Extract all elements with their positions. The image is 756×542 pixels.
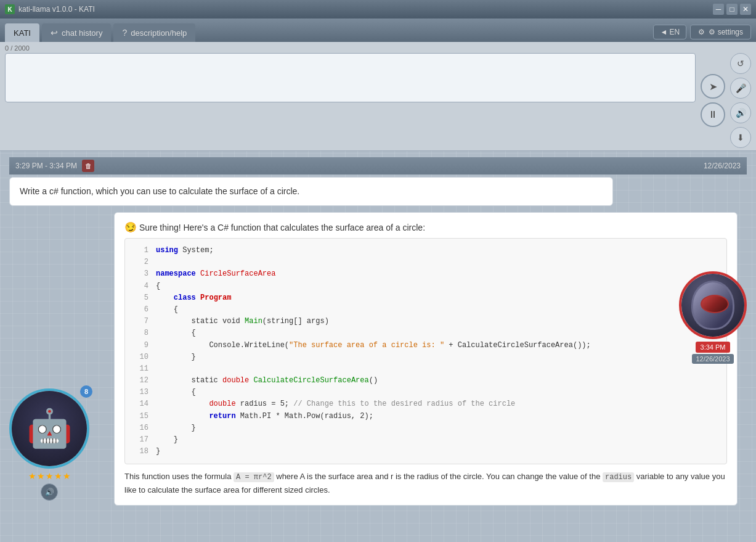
send-icon: ➤ bbox=[709, 81, 717, 92]
mic-icon: 🎤 bbox=[736, 83, 746, 93]
code-line: 6 { bbox=[131, 304, 720, 316]
code-line: 9 Console.WriteLine("The surface area of… bbox=[131, 340, 720, 351]
refresh-button[interactable]: ↺ bbox=[730, 53, 751, 74]
astronaut-visor bbox=[701, 295, 729, 313]
footer-text-2: where A is the surface area and r is the… bbox=[274, 472, 603, 481]
input-buttons: ➤ ⏸ bbox=[701, 53, 725, 148]
pause-icon: ⏸ bbox=[708, 109, 718, 120]
code-line: 15 return Math.PI * Math.Pow(radius, 2); bbox=[131, 411, 720, 422]
astronaut-helmet bbox=[691, 281, 734, 330]
ai-response-area: 😏 Sure thing! Here's a C# function that … bbox=[114, 212, 738, 506]
tab-bar: KATI ↩ chat history ? description/help ◄… bbox=[0, 18, 756, 42]
ai-sound-button[interactable]: 🔊 bbox=[41, 483, 58, 501]
code-line: 4 { bbox=[131, 281, 720, 292]
settings-button[interactable]: ⚙ ⚙ settings bbox=[690, 25, 751, 39]
title-bar: K kati-llama v1.0.0 - KATI ─ □ ✕ bbox=[0, 0, 756, 18]
input-area: 0 / 2000 ➤ ⏸ ↺ 🎤 🔊 bbox=[0, 42, 756, 151]
code-line: 17 } bbox=[131, 434, 720, 446]
ai-avatar-inner: 🤖 bbox=[12, 391, 87, 466]
star-5: ★ bbox=[63, 471, 71, 481]
language-button[interactable]: ◄ EN bbox=[653, 25, 686, 39]
radius-inline-code: radius bbox=[603, 472, 634, 482]
kati-tab-label: KATI bbox=[14, 28, 31, 38]
code-line: 2 bbox=[131, 257, 720, 268]
code-line: 16 } bbox=[131, 422, 720, 434]
formula-inline: A = πr^2 bbox=[234, 472, 274, 482]
ai-footer-text: This function uses the formula A = πr^2 … bbox=[124, 470, 727, 496]
tab-description-help[interactable]: ? description/help bbox=[113, 23, 195, 42]
chat-history-tab-label: chat history bbox=[62, 28, 102, 38]
code-line: 5 class Program bbox=[131, 292, 720, 304]
download-button[interactable]: ⬇ bbox=[730, 127, 751, 148]
user-timestamp: 3:34 PM bbox=[696, 342, 731, 353]
refresh-icon: ↺ bbox=[737, 59, 744, 68]
star-4: ★ bbox=[54, 471, 62, 481]
pause-button[interactable]: ⏸ bbox=[701, 102, 725, 127]
volume-button[interactable]: 🔊 bbox=[730, 102, 751, 123]
close-button[interactable]: ✕ bbox=[740, 4, 751, 15]
tab-kati[interactable]: KATI bbox=[5, 23, 39, 42]
code-line: 14 double radius = 5; // Change this to … bbox=[131, 398, 720, 410]
window-title: kati-llama v1.0.0 - KATI bbox=[18, 5, 95, 14]
window-controls: ─ □ ✕ bbox=[713, 4, 751, 15]
code-line: 3 namespace CircleSurfaceArea bbox=[131, 268, 720, 280]
code-line: 7 static void Main(string[] args) bbox=[131, 316, 720, 327]
user-avatar-container: 3:34 PM 12/26/2023 bbox=[679, 271, 747, 364]
code-line: 8 { bbox=[131, 327, 720, 339]
delete-conversation-button[interactable]: 🗑 bbox=[82, 160, 94, 172]
response-card: 😏 Sure thing! Here's a C# function that … bbox=[114, 212, 738, 506]
star-1: ★ bbox=[28, 471, 36, 481]
main-area: 0 / 2000 ➤ ⏸ ↺ 🎤 🔊 bbox=[0, 42, 756, 542]
user-message-text: Write a c# function, which you can use t… bbox=[20, 186, 299, 196]
send-button[interactable]: ➤ bbox=[701, 74, 725, 99]
download-icon: ⬇ bbox=[737, 133, 744, 142]
mic-button[interactable]: 🎤 bbox=[730, 78, 751, 99]
sound-icon: 🔊 bbox=[45, 488, 54, 496]
star-2: ★ bbox=[37, 471, 45, 481]
code-line: 10 } bbox=[131, 351, 720, 363]
star-3: ★ bbox=[46, 471, 54, 481]
code-line: 1 using System; bbox=[131, 245, 720, 257]
code-line: 11 bbox=[131, 363, 720, 375]
code-block: 1 using System; 2 3 namespace CircleSurf… bbox=[124, 238, 727, 464]
user-date: 12/26/2023 bbox=[692, 354, 733, 364]
char-count: 0 / 2000 bbox=[5, 44, 751, 52]
code-line: 18 } bbox=[131, 446, 720, 458]
chat-area[interactable]: 3:29 PM - 3:34 PM 🗑 12/26/2023 Write a c… bbox=[0, 151, 756, 542]
ai-avatar-container: 🤖 8 ★ ★ ★ ★ ★ 🔊 bbox=[9, 388, 89, 501]
timestamp-bar: 3:29 PM - 3:34 PM 🗑 12/26/2023 bbox=[9, 157, 747, 175]
ai-char-visual: 🤖 bbox=[26, 410, 73, 447]
settings-icon: ⚙ bbox=[698, 28, 705, 36]
code-line: 13 { bbox=[131, 387, 720, 398]
ai-emoji: 😏 bbox=[124, 222, 137, 232]
tab-chat-history[interactable]: ↩ chat history bbox=[42, 23, 111, 42]
ai-avatar: 🤖 bbox=[9, 388, 89, 469]
side-buttons: ↺ 🎤 🔊 ⬇ bbox=[730, 53, 751, 148]
avatar-wrapper: 🤖 8 bbox=[9, 388, 89, 469]
stars-container: ★ ★ ★ ★ ★ bbox=[28, 471, 71, 481]
conversation-date: 12/26/2023 bbox=[704, 162, 741, 170]
minimize-button[interactable]: ─ bbox=[713, 4, 724, 15]
ai-intro-text: Sure thing! Here's a C# function that ca… bbox=[139, 223, 425, 232]
help-icon: ? bbox=[122, 28, 127, 38]
maximize-button[interactable]: □ bbox=[726, 4, 738, 15]
description-help-tab-label: description/help bbox=[131, 28, 187, 38]
footer-text-1: This function uses the formula bbox=[124, 472, 234, 481]
notification-badge: 8 bbox=[80, 385, 92, 398]
user-avatar-inner bbox=[681, 274, 744, 337]
user-avatar bbox=[679, 271, 747, 339]
volume-icon: 🔊 bbox=[736, 108, 746, 118]
user-message-box: Write a c# function, which you can use t… bbox=[9, 177, 613, 206]
code-line: 12 static double CalculateCircleSurfaceA… bbox=[131, 375, 720, 387]
conversation-timestamp: 3:29 PM - 3:34 PM bbox=[15, 162, 77, 170]
message-input[interactable] bbox=[5, 53, 696, 102]
chat-history-icon: ↩ bbox=[51, 28, 58, 38]
app-icon: K bbox=[5, 4, 15, 14]
ai-response-header: 😏 Sure thing! Here's a C# function that … bbox=[124, 221, 727, 233]
